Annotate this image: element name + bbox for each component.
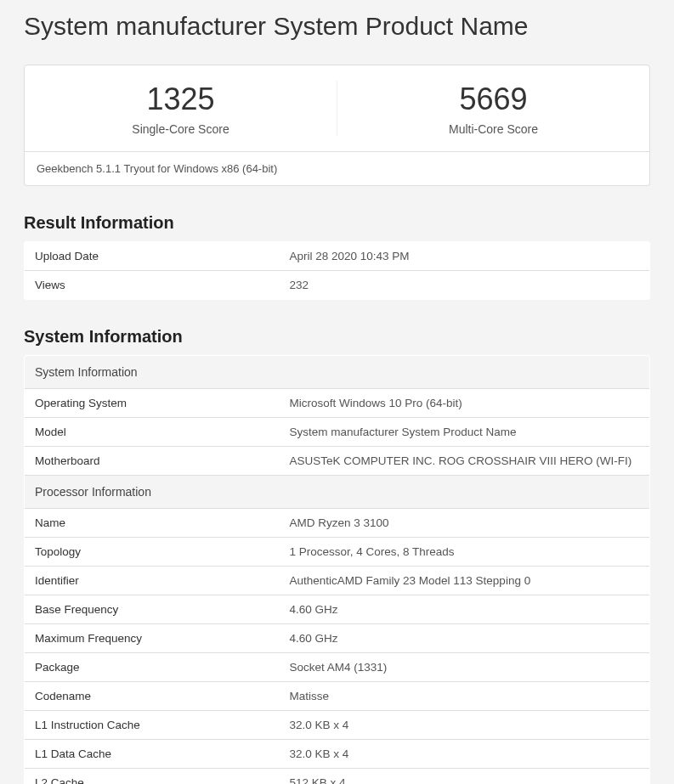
row-key: Views — [25, 271, 280, 300]
table-row: L2 Cache512 KB x 4 — [25, 769, 650, 784]
row-key: Codename — [25, 682, 280, 711]
row-value: 32.0 KB x 4 — [280, 711, 650, 740]
result-information-heading: Result Information — [24, 213, 650, 233]
system-information-table: System InformationOperating SystemMicros… — [24, 355, 650, 784]
table-row: ModelSystem manufacturer System Product … — [25, 418, 650, 447]
row-key: Identifier — [25, 567, 280, 595]
row-key: Operating System — [25, 389, 280, 418]
row-key: Base Frequency — [25, 595, 280, 624]
row-key: L1 Instruction Cache — [25, 711, 280, 740]
row-value: Matisse — [280, 682, 650, 711]
row-key: L1 Data Cache — [25, 740, 280, 769]
table-row: Views232 — [25, 271, 650, 300]
scores-panel: 1325 Single-Core Score 5669 Multi-Core S… — [24, 65, 650, 152]
table-row: Maximum Frequency4.60 GHz — [25, 624, 650, 653]
row-value: 4.60 GHz — [280, 595, 650, 624]
row-value: 232 — [280, 271, 650, 300]
row-value: AMD Ryzen 3 3100 — [280, 509, 650, 538]
table-group-header: Processor Information — [25, 476, 650, 509]
system-information-section: System Information System InformationOpe… — [24, 327, 650, 784]
row-value: Socket AM4 (1331) — [280, 653, 650, 682]
row-value: Microsoft Windows 10 Pro (64-bit) — [280, 389, 650, 418]
system-information-heading: System Information — [24, 327, 650, 347]
table-group-header: System Information — [25, 356, 650, 389]
table-row: IdentifierAuthenticAMD Family 23 Model 1… — [25, 567, 650, 595]
row-value: 512 KB x 4 — [280, 769, 650, 784]
row-value: AuthenticAMD Family 23 Model 113 Steppin… — [280, 567, 650, 595]
multi-core-label: Multi-Core Score — [337, 122, 649, 136]
row-key: Upload Date — [25, 242, 280, 271]
table-row: PackageSocket AM4 (1331) — [25, 653, 650, 682]
single-core-score: 1325 Single-Core Score — [25, 81, 337, 136]
row-key: Topology — [25, 538, 280, 567]
row-key: Motherboard — [25, 447, 280, 476]
row-value: System manufacturer System Product Name — [280, 418, 650, 447]
row-key: Package — [25, 653, 280, 682]
row-value: April 28 2020 10:43 PM — [280, 242, 650, 271]
multi-core-score: 5669 Multi-Core Score — [337, 81, 649, 136]
row-value: 4.60 GHz — [280, 624, 650, 653]
table-row: Upload DateApril 28 2020 10:43 PM — [25, 242, 650, 271]
multi-core-value: 5669 — [337, 81, 649, 117]
row-value: ASUSTeK COMPUTER INC. ROG CROSSHAIR VIII… — [280, 447, 650, 476]
row-value: 32.0 KB x 4 — [280, 740, 650, 769]
single-core-label: Single-Core Score — [25, 122, 337, 136]
table-row: MotherboardASUSTeK COMPUTER INC. ROG CRO… — [25, 447, 650, 476]
result-information-section: Result Information Upload DateApril 28 2… — [24, 213, 650, 300]
result-information-table: Upload DateApril 28 2020 10:43 PMViews23… — [24, 241, 650, 300]
table-row: Base Frequency4.60 GHz — [25, 595, 650, 624]
table-row: CodenameMatisse — [25, 682, 650, 711]
page-title: System manufacturer System Product Name — [24, 12, 650, 41]
single-core-value: 1325 — [25, 81, 337, 117]
row-key: L2 Cache — [25, 769, 280, 784]
row-key: Model — [25, 418, 280, 447]
row-value: 1 Processor, 4 Cores, 8 Threads — [280, 538, 650, 567]
table-row: L1 Data Cache32.0 KB x 4 — [25, 740, 650, 769]
table-row: L1 Instruction Cache32.0 KB x 4 — [25, 711, 650, 740]
table-row: NameAMD Ryzen 3 3100 — [25, 509, 650, 538]
version-info: Geekbench 5.1.1 Tryout for Windows x86 (… — [24, 152, 650, 186]
row-key: Name — [25, 509, 280, 538]
table-row: Topology1 Processor, 4 Cores, 8 Threads — [25, 538, 650, 567]
table-row: Operating SystemMicrosoft Windows 10 Pro… — [25, 389, 650, 418]
row-key: Maximum Frequency — [25, 624, 280, 653]
